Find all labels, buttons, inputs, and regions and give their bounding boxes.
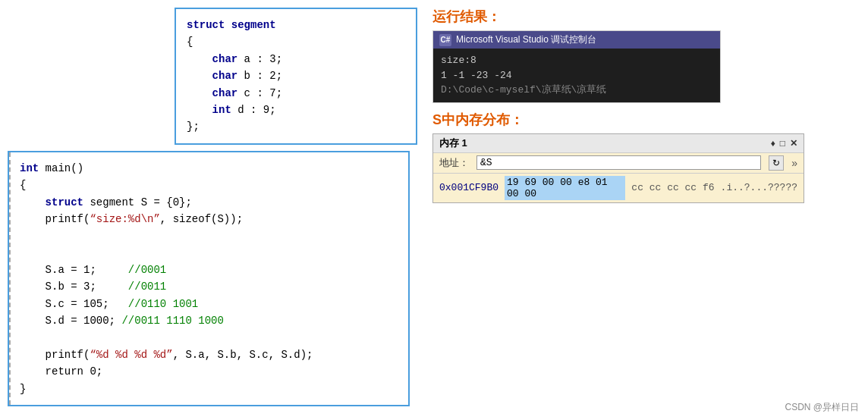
console-titlebar: C# Microsoft Visual Studio 调试控制台 <box>433 31 720 49</box>
memory-titlebar: 内存 1 ♦ □ ✕ <box>433 134 804 153</box>
memory-bytes-extra: cc cc cc cc f6 <box>631 182 714 193</box>
memory-titlebar-controls[interactable]: ♦ □ ✕ <box>771 138 797 149</box>
memory-data-row: 0x001CF9B0 19 69 00 00 e8 01 00 00 cc cc… <box>433 174 804 202</box>
pin-icon[interactable]: ♦ <box>771 138 775 149</box>
console-line-3: D:\Code\c-myself\凉草纸\凉草纸 <box>441 83 712 98</box>
addr-label: 地址： <box>439 156 469 170</box>
code-line: int main() <box>20 160 398 177</box>
close-icon[interactable]: ✕ <box>790 138 797 149</box>
dashed-border <box>9 152 11 405</box>
console-line-2: 1 -1 -23 -24 <box>441 68 712 83</box>
main-section: int main() { struct segment S = {0}; pri… <box>8 151 417 406</box>
run-result-section: 运行结果： C# Microsoft Visual Studio 调试控制台 s… <box>432 8 860 103</box>
memory-address: 0x001CF9B0 <box>439 182 498 193</box>
console-title: Microsoft Visual Studio 调试控制台 <box>456 33 596 46</box>
code-line <box>20 330 398 346</box>
code-line: S.b = 3; //0011 <box>20 278 398 295</box>
code-line: char b : 2; <box>187 67 405 84</box>
code-line: }; <box>187 118 405 135</box>
watermark: CSDN @异样日日 <box>785 401 859 414</box>
code-line: struct segment S = {0}; <box>20 194 398 211</box>
code-line: char a : 3; <box>187 51 405 67</box>
console-line-1: size:8 <box>441 53 712 68</box>
code-line: S.a = 1; //0001 <box>20 262 398 278</box>
code-line: { <box>187 33 405 50</box>
refresh-button[interactable]: ↻ <box>769 155 784 171</box>
memory-addr-bar: 地址： ↻ » <box>433 153 804 174</box>
console-icon: C# <box>439 34 451 46</box>
memory-section: S中内存分布： 内存 1 ♦ □ ✕ 地址： ↻ » <box>432 111 860 203</box>
code-line: printf(“%d %d %d %d”, S.a, S.b, S.c, S.d… <box>20 346 398 363</box>
code-line <box>20 227 398 244</box>
right-panel: 运行结果： C# Microsoft Visual Studio 调试控制台 s… <box>425 8 860 412</box>
keyword-struct: struct segment <box>187 19 276 31</box>
code-line: S.d = 1000; //0011 1110 1000 <box>20 312 398 329</box>
memory-window-title: 内存 1 <box>439 136 467 150</box>
code-line: struct segment <box>187 17 405 33</box>
code-line: char c : 7; <box>187 85 405 102</box>
code-line: S.c = 105; //0110 1001 <box>20 296 398 312</box>
memory-chars: .i..?...????? <box>721 182 797 193</box>
struct-section: struct segment { char a : 3; char b : 2;… <box>8 8 417 145</box>
memory-window: 内存 1 ♦ □ ✕ 地址： ↻ » 0x001CF9B0 19 <box>432 133 804 203</box>
expand-icon[interactable]: » <box>791 157 797 169</box>
memory-titlebar-left: 内存 1 <box>439 136 467 150</box>
code-line: } <box>20 381 398 397</box>
memory-title: S中内存分布： <box>432 111 860 129</box>
addr-input[interactable] <box>476 155 761 170</box>
main-code-box: int main() { struct segment S = {0}; pri… <box>8 151 410 406</box>
code-line: int d : 9; <box>187 102 405 118</box>
left-panel: struct segment { char a : 3; char b : 2;… <box>8 8 417 412</box>
console-window: C# Microsoft Visual Studio 调试控制台 size:8 … <box>432 30 721 103</box>
run-result-title: 运行结果： <box>432 8 860 26</box>
memory-bytes-highlighted: 19 69 00 00 e8 01 00 00 <box>505 176 625 200</box>
page-container: struct segment { char a : 3; char b : 2;… <box>0 0 868 420</box>
code-line: { <box>20 177 398 193</box>
code-line <box>20 245 398 262</box>
code-line: printf(“size:%d\n”, sizeof(S)); <box>20 211 398 227</box>
console-body: size:8 1 -1 -23 -24 D:\Code\c-myself\凉草纸… <box>433 49 720 102</box>
code-line: return 0; <box>20 363 398 380</box>
float-icon[interactable]: □ <box>780 138 785 149</box>
struct-code-box: struct segment { char a : 3; char b : 2;… <box>175 8 417 145</box>
